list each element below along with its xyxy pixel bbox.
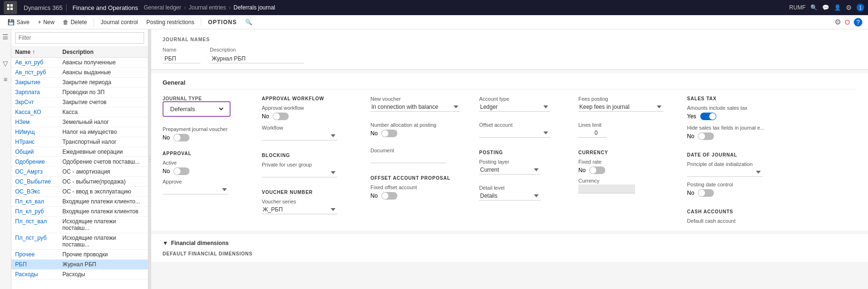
document-input[interactable] <box>370 154 446 163</box>
account-type-select[interactable]: Ledger Customer Vendor <box>479 103 550 112</box>
fixed-rate-toggle[interactable] <box>589 166 605 174</box>
app-label: Finance and Operations <box>67 4 144 11</box>
approval-group: APPROVAL Active No Approve <box>163 151 248 194</box>
description-input[interactable] <box>210 54 304 63</box>
list-item[interactable]: Касса_КОКасса <box>11 107 148 117</box>
toolbar-search-button[interactable]: 🔍 <box>241 16 256 28</box>
posting-date-knob <box>698 190 705 196</box>
list-item[interactable]: РасходыРасходы <box>11 270 148 280</box>
offset-account-group: Offset account <box>479 122 564 138</box>
settings-icon[interactable]: ⚙ <box>846 4 852 11</box>
posting-restrictions-button[interactable]: Posting restrictions <box>143 16 198 28</box>
list-item[interactable]: ОС_ВыбытиеОС - выбытие(продажа) <box>11 177 148 187</box>
list-item[interactable]: Ав_кл_рубАвансы полученные <box>11 58 148 68</box>
list-item[interactable]: Ав_пст_рубАвансы выданные <box>11 68 148 78</box>
sidebar-item-name: ОС_ВЭкс <box>15 188 62 195</box>
prepayment-toggle[interactable] <box>173 134 189 141</box>
list-item[interactable]: НЗемЗемельный налог <box>11 117 148 127</box>
list-item[interactable]: Пл_пст_валИсходящие платежи поставш... <box>11 217 148 233</box>
settings2-icon[interactable]: ⚙ <box>834 18 841 26</box>
breadcrumb-general-ledger[interactable]: General ledger <box>144 4 181 11</box>
toolbar-separator2 <box>201 18 201 26</box>
sidebar-item-name: Пл_кл_вал <box>15 198 62 205</box>
sidebar-item-desc: Ежедневные операции <box>62 149 144 155</box>
voucher-series-select[interactable]: Ж_РБП <box>262 205 337 214</box>
journal-type-box[interactable]: Deferrals Daily <box>163 101 231 117</box>
apps-grid-icon[interactable] <box>4 1 17 14</box>
list-item[interactable]: Пл_кл_валВходящие платежи клиенто... <box>11 197 148 207</box>
general-header: General <box>163 79 857 89</box>
aw-value: No <box>262 113 269 120</box>
workflow-label: Workflow <box>262 125 356 131</box>
approve-select[interactable] <box>163 185 229 194</box>
user-icon[interactable]: 👤 <box>834 4 841 11</box>
hide-fields-toggle[interactable] <box>698 132 714 140</box>
list-item[interactable]: ПрочееПрочие проводки <box>11 250 148 260</box>
options-label[interactable]: OPTIONS <box>204 18 241 27</box>
sidebar-item-desc: Налог на имущество <box>62 129 144 135</box>
financial-dimensions-section: ▼ Financial dimensions DEFAULT FINANCIAL… <box>151 234 868 262</box>
col-desc-header: Description <box>62 49 144 55</box>
currency-input[interactable] <box>578 184 635 193</box>
list-item[interactable]: НИмущНалог на имущество <box>11 127 148 137</box>
save-button[interactable]: 💾 Save <box>4 16 33 28</box>
amounts-include-toggle[interactable] <box>700 113 716 120</box>
list-item[interactable]: Пл_пст_рубИсходящие платежи поставш... <box>11 233 148 250</box>
list-item[interactable]: ЗкрСчтЗакрытие счетов <box>11 97 148 107</box>
hide-fields-value: No <box>687 133 694 140</box>
hamburger-icon[interactable]: ☰ <box>2 33 9 41</box>
workflow-select[interactable] <box>262 131 337 140</box>
filter-icon[interactable]: ▽ <box>3 60 8 67</box>
general-grid: Journal type Deferrals Daily Prepayment … <box>163 96 857 225</box>
amounts-include-label: Amounts include sales tax <box>687 105 782 111</box>
posting-layer-select[interactable]: Current Operations Tax <box>479 166 541 175</box>
fees-posting-select[interactable]: Keep fees in journal Post to fee account <box>578 103 663 112</box>
private-select[interactable] <box>262 168 337 177</box>
aw-toggle[interactable] <box>273 113 289 120</box>
list-item[interactable]: РБПЖурнал РБП <box>11 260 148 270</box>
delete-button[interactable]: 🗑 Delete <box>59 16 91 28</box>
list-item[interactable]: ЗарплатаПроводки по ЗП <box>11 88 148 97</box>
active-toggle[interactable] <box>173 167 189 175</box>
sidebar-item-desc: Земельный налог <box>62 119 144 125</box>
office-icon[interactable]: O <box>845 18 850 26</box>
posting-date-toggle[interactable] <box>698 189 714 197</box>
list-item[interactable]: ОбщийЕжедневные операции <box>11 147 148 157</box>
new-voucher-select[interactable]: In connection with balance <box>370 103 460 112</box>
general-section: General Journal type Deferrals Daily <box>151 73 868 230</box>
journal-type-select[interactable]: Deferrals Daily <box>168 105 225 113</box>
list-item[interactable]: ЗакрытиеЗакрытие периода <box>11 78 148 88</box>
search-icon[interactable]: 🔍 <box>810 4 817 11</box>
list-item[interactable]: НТрансТранспортный налог <box>11 137 148 147</box>
offset-account-select[interactable] <box>479 129 550 138</box>
help-icon[interactable]: ? <box>854 18 862 26</box>
num-alloc-toggle[interactable] <box>381 130 397 137</box>
sales-tax-group: SALES TAX Amounts include sales tax Yes … <box>687 96 782 140</box>
list-icon[interactable]: ≡ <box>3 76 7 83</box>
col-name-header[interactable]: Name ↑ <box>15 49 62 55</box>
principle-select[interactable] <box>687 168 763 177</box>
sidebar-item-name: Прочее <box>15 251 62 258</box>
list-item[interactable]: ОдобрениеОдобрение счетов поставш... <box>11 157 148 167</box>
detail-level-select[interactable]: Details Summary <box>479 192 541 201</box>
name-input[interactable] <box>163 54 200 63</box>
journal-type-label-group: Journal type <box>163 96 248 101</box>
lines-limit-input[interactable] <box>578 129 607 138</box>
posting-layer-label: Posting layer <box>479 159 564 165</box>
new-button[interactable]: + New <box>34 16 58 28</box>
chat-icon[interactable]: 💬 <box>822 4 829 11</box>
sidebar-item-desc: Входящие платежи клиенто... <box>62 198 144 205</box>
dynamics-label[interactable]: Dynamics 365 <box>20 4 67 11</box>
breadcrumb-current: Deferrals journal <box>233 4 275 11</box>
prepayment-label: Prepayment journal voucher <box>163 126 248 132</box>
breadcrumb-journal-entries[interactable]: Journal entries <box>189 4 226 11</box>
list-item[interactable]: Пл_кл_рубВходящие платежи клиентов <box>11 207 148 217</box>
list-item[interactable]: ОС_АмртзОС - амортизация <box>11 167 148 177</box>
journal-control-button[interactable]: Journal control <box>97 16 142 28</box>
notification-badge[interactable]: 1 <box>857 4 864 11</box>
fixed-offset-toggle[interactable] <box>381 192 397 200</box>
filter-input[interactable] <box>15 32 144 44</box>
top-navigation: Dynamics 365 Finance and Operations Gene… <box>0 0 868 15</box>
financial-dimensions-header[interactable]: ▼ Financial dimensions <box>163 240 857 246</box>
list-item[interactable]: ОС_ВЭксОС - ввод в эксплуатацию <box>11 187 148 197</box>
